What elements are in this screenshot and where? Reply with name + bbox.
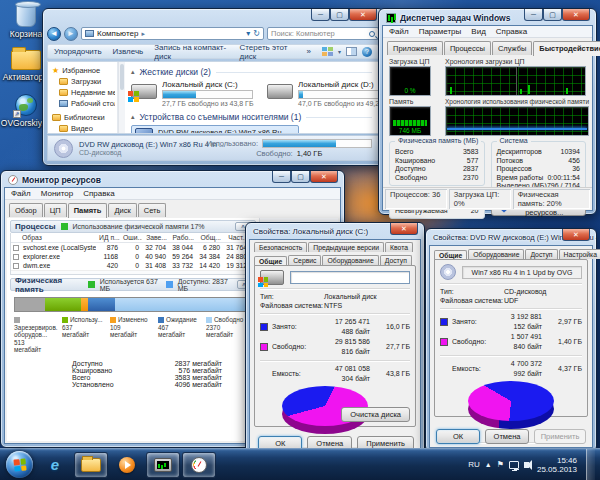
ok-button[interactable]: ОК: [436, 429, 480, 444]
menu-monitor[interactable]: Монитор: [41, 189, 74, 198]
refresh-icon[interactable]: ↻: [253, 29, 260, 38]
tab-network[interactable]: Сеть: [138, 203, 167, 217]
erase-disc-button[interactable]: Стереть этот диск: [240, 43, 296, 61]
apply-button[interactable]: Применить: [534, 429, 586, 444]
action-center-flag-icon[interactable]: ⚑: [497, 460, 504, 469]
start-button[interactable]: [6, 451, 33, 478]
menu-options[interactable]: Параметры: [419, 27, 462, 36]
eject-button[interactable]: Извлечь: [113, 47, 144, 56]
volume-label-input[interactable]: [290, 271, 410, 284]
close-button[interactable]: ✕: [562, 229, 590, 241]
taskbar-ie-button[interactable]: e: [38, 452, 72, 478]
table-row-clipped[interactable]: [11, 270, 255, 274]
tab-cpu[interactable]: ЦП: [44, 203, 67, 217]
tab-customize[interactable]: Настройка: [559, 249, 600, 259]
tab-processes[interactable]: Процессы: [444, 41, 491, 55]
cancel-button[interactable]: Отмена: [485, 429, 529, 444]
taskbar-resource-monitor-button[interactable]: [182, 452, 216, 478]
show-desktop-button[interactable]: [586, 449, 595, 480]
help-icon[interactable]: ?: [362, 47, 372, 57]
tab-quota[interactable]: Квота: [385, 242, 413, 252]
table-row[interactable]: svchost.exe (LocalSystemNe... 876 0 32 7…: [11, 243, 255, 252]
views-icon[interactable]: [322, 47, 333, 56]
forward-button[interactable]: ►: [64, 27, 78, 41]
address-bar[interactable]: Компьютер ▸ ▾ ↻: [81, 27, 264, 40]
tab-sharing[interactable]: Доступ: [525, 249, 557, 259]
preview-pane-icon[interactable]: [346, 47, 357, 56]
tab-sharing[interactable]: Доступ: [380, 255, 412, 265]
sidebar-item-downloads[interactable]: Загрузки: [50, 76, 115, 87]
drive-item-d[interactable]: Локальный диск (D:) 47,0 ГБ свободно из …: [267, 80, 378, 107]
tab-performance[interactable]: Быстродействие: [533, 41, 600, 56]
physical-memory-section-header[interactable]: Физическая память Используется 637 МБ До…: [10, 278, 256, 291]
disk-icon: [260, 270, 284, 285]
tab-memory[interactable]: Память: [68, 203, 108, 218]
back-button[interactable]: ◄: [47, 27, 61, 41]
burn-button[interactable]: Запись на компакт-диск: [154, 43, 228, 61]
taskbar-media-player-button[interactable]: [110, 452, 144, 478]
properties-c-dialog: Свойства: Локальный диск (C:) ✕ Безопасн…: [245, 222, 425, 459]
desktop: Корзина Активаторы ↗ OVGorskiy.ru ─ ▢ ✕ …: [0, 0, 600, 480]
row-checkbox[interactable]: [13, 254, 19, 260]
hidden-icons-chevron[interactable]: ▲: [485, 461, 492, 468]
breadcrumb[interactable]: Компьютер: [97, 29, 138, 38]
address-dropdown-icon[interactable]: ▾: [246, 29, 250, 38]
table-row[interactable]: dwm.exe 420 0 31 408 33 732 14 420 19 31…: [11, 261, 255, 270]
close-button[interactable]: ✕: [349, 9, 377, 21]
maximize-button[interactable]: ▢: [330, 9, 349, 21]
menu-help[interactable]: Справка: [496, 27, 527, 36]
group-header-hdd[interactable]: Жесткие диски (2): [131, 67, 372, 77]
views-dropdown-icon[interactable]: ▾: [338, 48, 341, 55]
processes-section-header[interactable]: Процессы Использование физической памяти…: [10, 220, 256, 233]
group-header-removable[interactable]: Устройства со съемными носителями (1): [131, 112, 372, 122]
dvd-drive-item[interactable]: DVD RW дисковод (E:) Win7 x86 Ru 4 in 1 …: [131, 125, 299, 133]
disk-cleanup-button[interactable]: Очистка диска: [341, 407, 410, 422]
toolbar-overflow-button[interactable]: »: [307, 47, 311, 56]
clock[interactable]: 15:46 25.05.2013: [537, 456, 577, 474]
sidebar-item-libraries[interactable]: Библиотеки: [50, 112, 115, 123]
menu-file[interactable]: Файл: [11, 189, 31, 198]
sidebar-scrollbar[interactable]: [118, 62, 125, 133]
tab-tools[interactable]: Сервис: [288, 255, 321, 265]
tab-services[interactable]: Службы: [492, 41, 532, 55]
network-icon[interactable]: [509, 461, 519, 469]
language-indicator[interactable]: RU: [468, 460, 480, 469]
tab-overview[interactable]: Обзор: [9, 203, 43, 217]
maximize-button[interactable]: ▢: [291, 171, 310, 183]
speaker-icon[interactable]: [524, 462, 529, 468]
row-checkbox[interactable]: [13, 263, 19, 269]
sidebar-item-video[interactable]: Видео: [50, 123, 115, 134]
legend-reserved: Зарезервиров. оборудов... 513 мегабайт: [14, 316, 59, 354]
tab-disk[interactable]: Диск: [108, 203, 136, 217]
tab-applications[interactable]: Приложения: [387, 41, 443, 55]
close-button[interactable]: ✕: [562, 9, 590, 21]
minimize-button[interactable]: ─: [272, 171, 291, 183]
taskbar-task-manager-button[interactable]: [146, 452, 180, 478]
table-header-row[interactable]: Образ ИД п... Оши... Заве... Рабо... Общ…: [11, 233, 255, 243]
cd-disc-icon: [54, 139, 73, 158]
tray-date: 25.05.2013: [537, 465, 577, 474]
minimize-button[interactable]: ─: [524, 9, 543, 21]
tab-hardware[interactable]: Оборудование: [322, 255, 378, 265]
cd-disc-icon: [440, 264, 456, 280]
table-row[interactable]: explorer.exe 1168 0 40 940 59 264 34 384…: [11, 252, 255, 261]
search-input[interactable]: Поиск: Компьютер: [267, 27, 379, 40]
tab-hardware[interactable]: Оборудование: [468, 249, 524, 259]
menu-help[interactable]: Справка: [83, 189, 114, 198]
tab-previous-versions[interactable]: Предыдущие версии: [308, 242, 384, 252]
taskbar-explorer-button[interactable]: [74, 452, 108, 478]
maximize-button[interactable]: ▢: [543, 9, 562, 21]
organize-button[interactable]: Упорядочить: [54, 47, 102, 56]
close-button[interactable]: ✕: [390, 223, 418, 235]
minimize-button[interactable]: ─: [311, 9, 330, 21]
close-button[interactable]: ✕: [310, 171, 338, 183]
drive-item-c[interactable]: Локальный диск (C:) 27,7 ГБ свободно из …: [131, 80, 253, 107]
row-checkbox[interactable]: [13, 245, 19, 251]
library-icon: [52, 114, 61, 121]
menu-file[interactable]: Файл: [389, 27, 409, 36]
sidebar-item-desktop[interactable]: Рабочий стол: [50, 98, 115, 109]
sidebar-item-recent[interactable]: Недавние места: [50, 87, 115, 98]
sidebar-item-favorites[interactable]: ★Избранное: [50, 65, 115, 76]
menu-view[interactable]: Вид: [471, 27, 485, 36]
tab-security[interactable]: Безопасность: [254, 242, 307, 252]
